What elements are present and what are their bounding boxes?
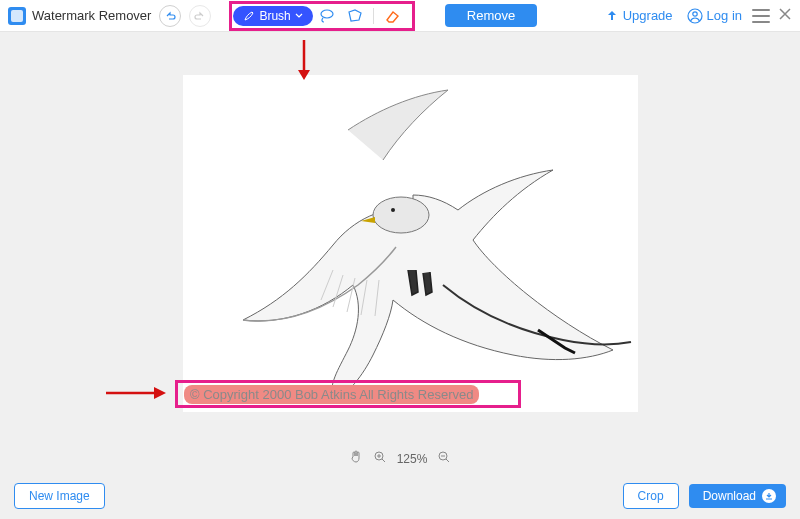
crop-button[interactable]: Crop — [623, 483, 679, 509]
upgrade-link[interactable]: Upgrade — [605, 8, 673, 23]
svg-marker-9 — [154, 387, 166, 399]
chevron-down-icon — [295, 12, 303, 20]
redo-icon — [194, 10, 206, 22]
svg-marker-7 — [298, 70, 310, 80]
upload-icon — [605, 9, 619, 23]
brush-icon — [243, 10, 255, 22]
watermark-selection-highlight: © Copyright 2000 Bob Atkins All Rights R… — [175, 380, 521, 408]
hand-icon — [349, 450, 363, 464]
header-bar: Watermark Remover Brush Remove Upgrade L… — [0, 0, 800, 32]
annotation-arrow-down — [293, 40, 315, 80]
menu-button[interactable] — [752, 7, 770, 25]
close-icon — [778, 7, 792, 21]
download-icon — [762, 489, 776, 503]
login-link[interactable]: Log in — [687, 8, 742, 24]
svg-point-2 — [692, 11, 696, 15]
toolbar-divider — [373, 8, 374, 24]
undo-button[interactable] — [159, 5, 181, 27]
app-logo-icon — [8, 7, 26, 25]
seagull-image — [183, 75, 638, 412]
zoom-in-button[interactable] — [373, 450, 387, 467]
footer-bar: New Image Crop Download — [0, 483, 800, 509]
image-canvas[interactable] — [183, 75, 638, 412]
remove-button[interactable]: Remove — [445, 4, 537, 27]
download-button[interactable]: Download — [689, 484, 786, 508]
brush-label: Brush — [259, 9, 290, 23]
zoom-out-icon — [437, 450, 451, 464]
app-title: Watermark Remover — [32, 8, 151, 23]
svg-point-4 — [373, 197, 429, 233]
zoom-in-icon — [373, 450, 387, 464]
tool-selection-highlight: Brush — [229, 1, 414, 31]
eraser-icon — [383, 8, 401, 24]
redo-button[interactable] — [189, 5, 211, 27]
annotation-arrow-right — [106, 383, 166, 403]
watermark-text: © Copyright 2000 Bob Atkins All Rights R… — [184, 385, 479, 404]
user-icon — [687, 8, 703, 24]
undo-icon — [164, 10, 176, 22]
polygon-icon — [346, 8, 364, 24]
zoom-out-button[interactable] — [437, 450, 451, 467]
hand-tool-button[interactable] — [349, 450, 363, 467]
lasso-icon — [318, 8, 336, 24]
zoom-level: 125% — [397, 452, 428, 466]
polygon-tool-button[interactable] — [341, 5, 369, 27]
brush-tool-button[interactable]: Brush — [233, 6, 312, 26]
eraser-tool-button[interactable] — [378, 5, 406, 27]
new-image-button[interactable]: New Image — [14, 483, 105, 509]
svg-point-0 — [321, 10, 333, 18]
lasso-tool-button[interactable] — [313, 5, 341, 27]
zoom-controls: 125% — [0, 450, 800, 467]
close-button[interactable] — [778, 7, 792, 25]
svg-point-5 — [391, 208, 395, 212]
